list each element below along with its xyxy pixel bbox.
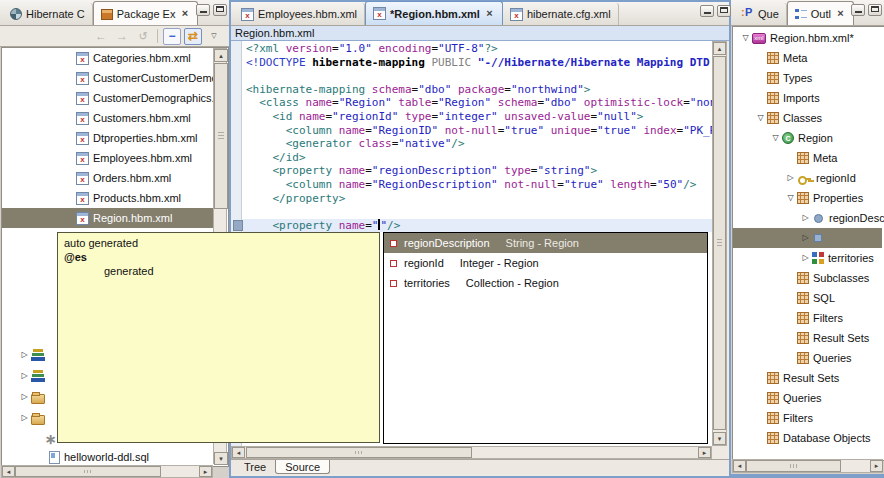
tab-region-hbm-xml[interactable]: *Region.hbm.xml bbox=[365, 1, 503, 25]
scrollbar-thumb[interactable] bbox=[15, 466, 161, 477]
tree-item-result-sets[interactable]: Result Sets bbox=[733, 368, 882, 388]
tree-item-filters[interactable]: Filters bbox=[733, 408, 882, 428]
grid-icon bbox=[767, 92, 779, 104]
code-segment: "Region" bbox=[339, 96, 392, 109]
completion-item-regiondescription[interactable]: regionDescriptionString - Region bbox=[384, 233, 707, 253]
code-segment: class bbox=[359, 137, 392, 150]
scrollbar-right-button[interactable]: ▸ bbox=[698, 447, 711, 458]
expander-icon[interactable] bbox=[18, 408, 31, 428]
tree-item-meta[interactable]: Meta bbox=[733, 48, 882, 68]
scrollbar-left-button[interactable]: ◂ bbox=[2, 466, 15, 477]
scrollbar-thumb[interactable] bbox=[746, 460, 841, 472]
code-line: <column name="RegionID" not-null="true" … bbox=[243, 124, 712, 138]
code-line: <property name=""/> bbox=[243, 219, 712, 233]
close-icon[interactable] bbox=[835, 8, 846, 19]
code-segment: <property bbox=[246, 219, 339, 232]
collapse-all-icon[interactable] bbox=[163, 28, 181, 45]
tab-outl[interactable]: Outl bbox=[787, 1, 854, 25]
editor-vertical-scrollbar[interactable]: ▴ ▾ bbox=[712, 41, 727, 446]
tab-hibernate-c[interactable]: Hibernate C bbox=[3, 3, 93, 25]
editor-horizontal-scrollbar[interactable]: ◂ ▸ bbox=[231, 446, 712, 459]
tree-item-meta[interactable]: Meta bbox=[733, 148, 882, 168]
outline-horizontal-scrollbar[interactable]: ◂ ▸ bbox=[732, 459, 883, 473]
tree-item-database-objects[interactable]: Database Objects bbox=[733, 428, 882, 448]
tree-item-classes[interactable]: Classes bbox=[733, 108, 882, 128]
tree-item-filters[interactable]: Filters bbox=[733, 308, 882, 328]
left-horizontal-scrollbar[interactable]: ◂ ▸ bbox=[1, 465, 213, 478]
tab-employees-hbm-xml[interactable]: Employees.hbm.xml bbox=[234, 3, 365, 25]
expander-icon[interactable] bbox=[769, 128, 782, 148]
proposal-info-tooltip: auto generated@esgenerated bbox=[57, 232, 380, 443]
scrollbar-down-button[interactable]: ▾ bbox=[214, 452, 228, 465]
tree-item-imports[interactable]: Imports bbox=[733, 88, 882, 108]
expander-icon[interactable] bbox=[18, 387, 31, 407]
expander-icon[interactable] bbox=[799, 208, 812, 228]
scrollbar-left-button[interactable]: ◂ bbox=[733, 460, 746, 472]
link-editor-icon[interactable] bbox=[184, 28, 202, 45]
tree-item-types[interactable]: Types bbox=[733, 68, 882, 88]
tab-que[interactable]: Que bbox=[734, 3, 787, 25]
code-segment: <column bbox=[246, 178, 339, 191]
close-icon[interactable] bbox=[484, 8, 495, 19]
tree-item-regiondesc[interactable]: regionDesc bbox=[733, 208, 882, 228]
tree-item-subclasses[interactable]: Subclasses bbox=[733, 268, 882, 288]
tree-item-queries[interactable]: Queries bbox=[733, 388, 882, 408]
code-segment: <id bbox=[246, 110, 299, 123]
code-segment: "-//Hibernate/Hibernate Mapping DTD bbox=[478, 56, 710, 69]
minimize-icon[interactable] bbox=[851, 4, 865, 16]
scrollbar-thumb[interactable] bbox=[214, 63, 228, 209]
expander-icon[interactable] bbox=[784, 168, 797, 188]
expander-icon[interactable] bbox=[799, 248, 812, 268]
expander-icon[interactable] bbox=[18, 366, 31, 386]
scrollbar-thumb[interactable] bbox=[713, 56, 726, 430]
tree-item[interactable] bbox=[733, 228, 882, 248]
scrollbar-down-button[interactable]: ▾ bbox=[713, 432, 726, 445]
tree-item-label: Region bbox=[798, 132, 833, 144]
tab-label: hibernate.cfg.xml bbox=[527, 8, 611, 20]
tree-item-region-hbm-xml[interactable]: Region.hbm.xml* bbox=[733, 28, 882, 48]
tree-item-properties[interactable]: Properties bbox=[733, 188, 882, 208]
view-menu-icon[interactable] bbox=[205, 28, 223, 45]
completion-item-territories[interactable]: territoriesCollection - Region bbox=[384, 273, 707, 293]
scrollbar-thumb[interactable] bbox=[246, 447, 472, 458]
tree-item-result-sets[interactable]: Result Sets bbox=[733, 328, 882, 348]
scrollbar-up-button[interactable]: ▴ bbox=[214, 49, 228, 62]
key-icon bbox=[797, 172, 812, 185]
tab-hibernate-cfg-xml[interactable]: hibernate.cfg.xml bbox=[503, 3, 619, 25]
editor-page-tab-source[interactable]: Source bbox=[275, 460, 330, 474]
maximize-icon[interactable] bbox=[213, 4, 227, 16]
code-segment: PUBLIC bbox=[431, 56, 477, 69]
minimize-icon[interactable] bbox=[196, 4, 210, 16]
scrollbar-right-button[interactable]: ▸ bbox=[870, 460, 883, 472]
expander-icon[interactable] bbox=[799, 228, 812, 248]
tab-package-ex[interactable]: Package Ex bbox=[93, 1, 199, 25]
editor-page-tab-tree[interactable]: Tree bbox=[235, 460, 275, 474]
expander-icon[interactable] bbox=[784, 188, 797, 208]
maximize-icon[interactable] bbox=[868, 4, 882, 16]
tree-item-sql[interactable]: SQL bbox=[733, 288, 882, 308]
code-segment: "50" bbox=[657, 178, 684, 191]
expander-icon[interactable] bbox=[18, 345, 31, 365]
hibernate-console-icon bbox=[10, 8, 22, 20]
scrollbar-right-button[interactable]: ▸ bbox=[199, 466, 212, 477]
tree-item-helloworld-ddl-sql[interactable]: helloworld-ddl.sql bbox=[2, 447, 213, 467]
completion-type: String - Region bbox=[506, 237, 579, 249]
minimize-icon[interactable] bbox=[700, 5, 714, 17]
content-assist-popup: regionDescriptionString - RegionregionId… bbox=[383, 232, 708, 444]
code-segment: <hibernate-mapping bbox=[246, 83, 372, 96]
close-icon[interactable] bbox=[179, 8, 190, 19]
maximize-icon[interactable] bbox=[717, 5, 731, 17]
tree-item-queries[interactable]: Queries bbox=[733, 348, 882, 368]
grid-icon bbox=[767, 72, 779, 84]
scrollbar-left-button[interactable]: ◂ bbox=[232, 447, 245, 458]
tree-item-regionid[interactable]: regionId bbox=[733, 168, 882, 188]
tree-item-territories[interactable]: territories bbox=[733, 248, 882, 268]
expander-icon[interactable] bbox=[754, 108, 767, 128]
scrollbar-up-button[interactable]: ▴ bbox=[713, 42, 726, 55]
completion-item-regionid[interactable]: regionIdInteger - Region bbox=[384, 253, 707, 273]
code-line: </id> bbox=[243, 151, 306, 165]
expander-icon[interactable] bbox=[739, 28, 752, 48]
code-line: <hibernate-mapping schema="dbo" package=… bbox=[243, 83, 590, 97]
right-panel-window-buttons bbox=[851, 4, 882, 16]
tree-item-region[interactable]: Region bbox=[733, 128, 882, 148]
